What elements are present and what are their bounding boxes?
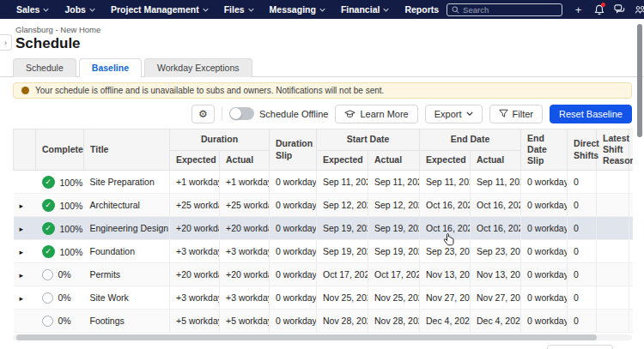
latest-shift-reason [597,217,629,240]
horizontal-scrollbar-thumb[interactable] [16,334,597,340]
tab-workday-exceptions[interactable]: Workday Exceptions [144,58,252,77]
toggle-switch[interactable] [229,107,254,120]
header-title[interactable]: Title [84,129,170,171]
table-header: Complete Title Duration Duration Slip St… [14,129,634,171]
incomplete-circle-icon [42,269,53,280]
start-date-actual: Nov 25, 2024 [368,286,420,310]
expand-toggle[interactable]: ▸ [14,217,36,240]
header-direct-shifts[interactable]: Direct Shifts [568,129,597,171]
expand-arrow-icon: ▸ [20,271,24,280]
chevron-down-icon [203,8,209,12]
learn-more-button[interactable]: Learn More [335,105,417,123]
complete-cell[interactable]: 0% [36,286,84,310]
end-date-actual: Oct 16, 2024 [471,217,521,240]
header-start-actual[interactable]: Actual [368,151,420,171]
table-row[interactable]: ▸0%Site Work+3 workdays+3 workdays0 work… [14,286,634,310]
header-start-expected[interactable]: Expected [317,151,368,171]
complete-cell[interactable]: 0% [36,263,84,286]
horizontal-scrollbar[interactable] [13,334,632,340]
sidebar-expand-button[interactable]: › [0,34,12,51]
export-label: Export [434,109,462,119]
search-input[interactable] [463,5,557,15]
header-duration-slip[interactable]: Duration Slip [270,129,317,171]
export-button[interactable]: Export [425,105,483,123]
task-title[interactable]: Engineering Design [84,217,170,240]
end-date-expected: Sep 23, 2024 [420,240,471,263]
table-row[interactable]: ▸✓100%Architectural+25 workdays+25 workd… [14,194,634,217]
nav-item-files[interactable]: Files [216,0,262,19]
complete-cell[interactable]: ✓100% [36,171,84,194]
expand-toggle[interactable]: ▸ [14,286,36,310]
tab-schedule[interactable]: Schedule [13,58,76,77]
nav-item-project-management[interactable]: Project Management [103,0,216,19]
filter-button[interactable]: Filter [489,105,543,123]
warning-dot-icon [21,87,29,94]
end-date-expected: Sep 11, 2024 [420,171,471,194]
table-row[interactable]: ✓100%Site Preparation+1 workday+1 workda… [14,171,634,194]
header-duration-group: Duration [170,129,270,151]
nav-item-label: Files [224,4,245,15]
table-row[interactable]: 0%Footings+5 workdays+5 workdays0 workda… [14,310,634,333]
nav-item-reports[interactable]: Reports [397,0,447,19]
vertical-scrollbar-thumb[interactable] [637,24,642,137]
duration-expected: +25 workdays [170,194,220,217]
nav-item-sales[interactable]: Sales [9,0,57,19]
duration-actual: +1 workday [220,171,270,194]
breadcrumb[interactable]: Glansburg - New Home [15,25,644,34]
complete-cell[interactable]: ✓100% [36,240,84,263]
percent-complete: 100% [60,200,83,210]
header-end-date-slip[interactable]: End Date Slip [521,129,568,171]
task-title[interactable]: Foundation [84,240,170,263]
complete-cell[interactable]: ✓100% [36,217,84,240]
task-title[interactable]: Permits [84,263,170,286]
expand-toggle[interactable]: ▸ [14,194,36,217]
latest-notes [629,286,633,310]
tab-baseline[interactable]: Baseline [79,58,142,77]
nav-item-messaging[interactable]: Messaging [262,0,333,19]
task-title[interactable]: Architectural [84,194,170,217]
baseline-table: Complete Title Duration Duration Slip St… [13,129,633,333]
nav-item-jobs[interactable]: Jobs [57,0,103,19]
task-title[interactable]: Site Preparation [84,171,170,194]
messages-chat-icon[interactable] [612,3,627,16]
complete-cell[interactable]: ✓100% [36,194,84,217]
graduation-cap-icon [344,110,355,118]
table-row[interactable]: ▸✓100%Foundation+3 workdays+3 workdays0 … [14,240,634,263]
table-row[interactable]: ▸✓100%Engineering Design+20 workdays+20 … [14,217,634,240]
header-duration-expected[interactable]: Expected [170,151,220,171]
filter-label: Filter [513,109,533,119]
nav-item-label: Financial [341,4,380,15]
header-end-expected[interactable]: Expected [420,151,471,171]
complete-cell[interactable]: 0% [36,310,84,333]
vertical-scrollbar[interactable] [637,21,643,346]
reset-baseline-button[interactable]: Reset Baseline [550,105,632,123]
toggle-label: Schedule Offline [259,109,329,119]
table-row[interactable]: ▸0%Permits+20 workdays+20 workdays0 work… [14,263,634,286]
settings-button[interactable]: ⚙ [191,105,215,123]
end-date-actual: Dec 4, 2024 [471,310,521,333]
add-icon[interactable]: + [571,3,586,16]
expand-toggle[interactable]: ▸ [14,263,36,286]
page-size-select[interactable]: 50 / page [547,345,613,349]
task-title[interactable]: Footings [84,310,170,333]
global-search[interactable] [447,3,562,16]
latest-shift-reason [597,286,629,310]
end-date-expected: Oct 16, 2024 [420,217,471,240]
start-date-expected: Sep 11, 2024 [317,171,368,194]
header-latest-shift-reason[interactable]: Latest Shift Reason [597,129,629,171]
duration-slip: 0 workdays [270,310,317,333]
schedule-offline-toggle[interactable]: Schedule Offline [229,107,329,120]
header-end-actual[interactable]: Actual [471,151,521,171]
end-date-slip: 0 workdays [521,240,568,263]
end-date-expected: Nov 27, 2024 [420,286,471,310]
header-duration-actual[interactable]: Actual [220,151,270,171]
community-icon[interactable] [633,3,644,16]
duration-slip: 0 workdays [270,171,317,194]
nav-item-financial[interactable]: Financial [333,0,398,19]
notifications-bell-icon[interactable] [592,3,606,16]
expand-toggle[interactable]: ▸ [14,240,36,263]
task-title[interactable]: Site Work [84,286,170,310]
nav-item-label: Jobs [64,4,86,15]
header-complete[interactable]: Complete [36,129,84,171]
percent-complete: 0% [58,292,71,303]
